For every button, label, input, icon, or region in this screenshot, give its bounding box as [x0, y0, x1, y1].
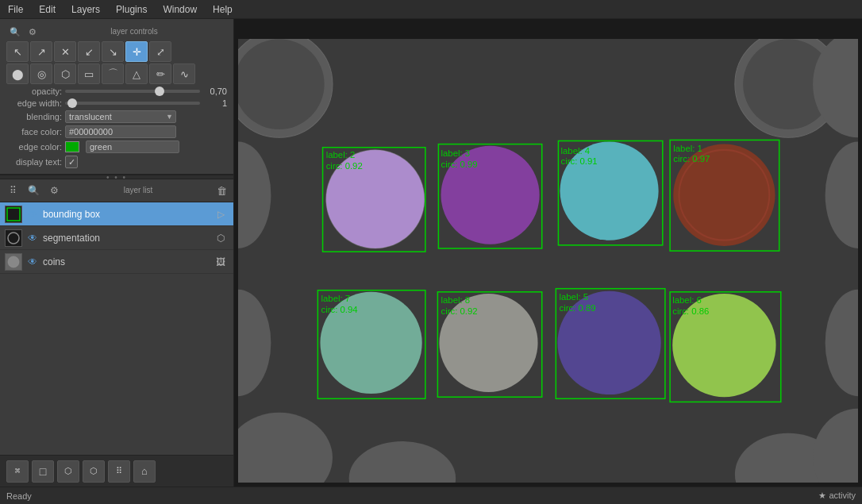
lasso-btn[interactable]: ⌒	[102, 63, 124, 84]
menu-plugins[interactable]: Plugins	[113, 2, 150, 17]
layer-item-segmentation[interactable]: 👁 segmentation ⬡	[0, 226, 233, 250]
pencil-btn[interactable]: ✏	[149, 63, 171, 84]
layer-dots-btn[interactable]: ⠿	[3, 182, 22, 199]
activity-label: ★ activity	[818, 491, 856, 501]
svg-text:label: 1: label: 1	[673, 144, 702, 153]
rect-btn[interactable]: ▭	[78, 63, 100, 84]
svg-text:circ: 0.99: circ: 0.99	[441, 160, 478, 169]
opacity-row: opacity: 0,70	[6, 87, 227, 96]
canvas-area[interactable]: label: 2 circ: 0.92 label: 3 circ: 0.99 …	[234, 19, 862, 487]
select-arrow-btn[interactable]: ↖	[6, 41, 29, 62]
edge-width-thumb[interactable]	[67, 98, 77, 108]
face-color-input[interactable]	[65, 125, 176, 138]
layer-type-icon-coins: 🖼	[213, 254, 229, 270]
edge-width-label: edge width:	[6, 98, 62, 108]
svg-text:circ: 0.94: circ: 0.94	[321, 305, 357, 314]
layer-eye-seg[interactable]: 👁	[25, 231, 40, 245]
layer-eye-bbox[interactable]: 👁	[25, 207, 40, 221]
menu-edit[interactable]: Edit	[36, 2, 59, 17]
face-color-row: face color:	[6, 125, 227, 138]
layer-name-seg: segmentation	[43, 233, 213, 244]
svg-text:circ: 0.89: circ: 0.89	[559, 303, 595, 313]
svg-text:label: 4: label: 4	[561, 146, 591, 156]
layer-item-coins[interactable]: 👁 coins 🖼	[0, 250, 233, 274]
blending-select[interactable]: translucent opaque additive	[65, 110, 176, 123]
new-selection-btn[interactable]: ⬤	[6, 63, 29, 84]
layer-name-bbox: bounding box	[43, 209, 213, 220]
menu-layers[interactable]: Layers	[68, 2, 103, 17]
left-panel: 🔍 ⚙ layer controls ↖ ↗ ✕ ↙ ↘ ✛ ⤢ ⬤ ◎ ⬡ ▭…	[0, 19, 234, 487]
grid-view-btn[interactable]: ⠿	[108, 460, 130, 483]
layer-type-icon-bbox: ▷	[213, 206, 229, 222]
rectangle-tool-btn[interactable]: □	[32, 460, 54, 483]
layer-controls-label: layer controls	[41, 25, 227, 39]
layer-list-label: layer list	[65, 184, 211, 198]
cube-3d-btn[interactable]: ⬡	[57, 460, 79, 483]
svg-point-3	[8, 256, 19, 267]
home-btn[interactable]: ⌂	[133, 460, 156, 483]
main-layout: 🔍 ⚙ layer controls ↖ ↗ ✕ ↙ ↘ ✛ ⤢ ⬤ ◎ ⬡ ▭…	[0, 19, 862, 487]
opacity-slider[interactable]	[65, 90, 200, 93]
layer-select-btn[interactable]: ◎	[30, 63, 52, 84]
canvas-image: label: 2 circ: 0.92 label: 3 circ: 0.99 …	[238, 39, 858, 483]
edge-width-row: edge width: 1	[6, 98, 227, 108]
tools-row-2: ⬤ ◎ ⬡ ▭ ⌒ △ ✏ ∿	[3, 63, 230, 84]
blending-label: blending:	[6, 112, 62, 121]
svg-text:label: 6: label: 6	[672, 295, 702, 305]
menu-file[interactable]: File	[5, 2, 26, 17]
polygon-btn[interactable]: △	[125, 63, 148, 84]
edge-color-label: edge color:	[6, 142, 62, 152]
bottom-toolbar: ⌘ □ ⬡ ⬡ ⠿ ⌂	[0, 455, 233, 487]
layer-eye-coins[interactable]: 👁	[25, 255, 40, 269]
svg-text:label: 3: label: 3	[441, 148, 471, 158]
layer-type-icon-seg: ⬡	[213, 230, 229, 246]
layer-list-section: ⠿ 🔍 ⚙ layer list 🗑 👁 bounding box ▷	[0, 179, 233, 455]
select-down-btn[interactable]: ↙	[78, 41, 100, 62]
cube-wireframe-btn[interactable]: ⬡	[83, 460, 105, 483]
edge-color-swatch[interactable]	[65, 141, 79, 152]
layer-config-icon[interactable]: ⚙	[44, 182, 63, 199]
select-add-btn[interactable]: ↗	[30, 41, 52, 62]
menu-window[interactable]: Window	[160, 2, 200, 17]
edge-color-row: edge color:	[6, 140, 227, 153]
layer-thumb-seg	[5, 229, 22, 247]
delete-layer-btn[interactable]: 🗑	[213, 182, 230, 199]
svg-text:circ: 0.86: circ: 0.86	[672, 306, 709, 316]
svg-rect-0	[7, 208, 20, 221]
layer-controls-toolbar: 🔍 ⚙ layer controls	[3, 22, 230, 41]
layer-search-icon[interactable]: 🔍	[24, 182, 43, 199]
opacity-thumb[interactable]	[155, 87, 164, 96]
layer-thumb-coins	[5, 253, 22, 271]
svg-point-1	[8, 233, 19, 244]
statusbar: Ready ★ activity	[0, 487, 862, 504]
opacity-value: 0,70	[203, 87, 227, 96]
svg-text:circ: 0.91: circ: 0.91	[561, 156, 598, 166]
svg-text:circ: 0.92: circ: 0.92	[326, 161, 363, 171]
display-text-row: display text: ✓	[6, 156, 227, 168]
svg-text:circ: 0.97: circ: 0.97	[673, 154, 710, 164]
layer-thumb-bbox	[5, 206, 22, 223]
edge-width-slider[interactable]	[65, 102, 200, 105]
transform-btn[interactable]: ⤢	[149, 41, 171, 62]
menu-help[interactable]: Help	[210, 2, 236, 17]
layer-list-toolbar: ⠿ 🔍 ⚙ layer list 🗑	[0, 179, 233, 202]
tools-row-1: ↖ ↗ ✕ ↙ ↘ ✛ ⤢	[3, 41, 230, 62]
deselect-btn[interactable]: ✕	[54, 41, 76, 62]
edge-color-input[interactable]	[86, 140, 179, 153]
bezier-btn[interactable]: ∿	[173, 63, 195, 84]
layer-name-coins: coins	[43, 256, 213, 267]
config-icon[interactable]: ⚙	[24, 24, 41, 40]
opacity-label: opacity:	[6, 87, 62, 96]
edge-width-value: 1	[203, 98, 227, 108]
layer-item-bounding-box[interactable]: 👁 bounding box ▷	[0, 202, 233, 226]
svg-point-6	[238, 39, 325, 129]
move-btn[interactable]: ✛	[125, 41, 148, 62]
svg-text:label: 7: label: 7	[321, 294, 350, 303]
coins-svg: label: 2 circ: 0.92 label: 3 circ: 0.99 …	[238, 39, 858, 483]
search-icon[interactable]: 🔍	[6, 24, 24, 40]
display-text-checkbox[interactable]: ✓	[65, 156, 78, 168]
menubar: File Edit Layers Plugins Window Help	[0, 0, 862, 19]
ellipse-btn[interactable]: ⬡	[54, 63, 76, 84]
terminal-btn[interactable]: ⌘	[6, 460, 29, 483]
select-region-btn[interactable]: ↘	[102, 41, 124, 62]
